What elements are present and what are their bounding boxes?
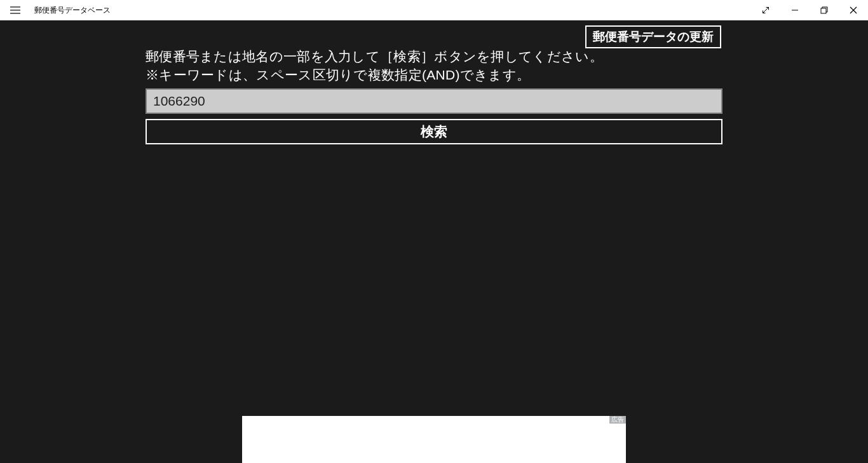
fullscreen-icon: [762, 6, 770, 14]
close-button[interactable]: [839, 0, 868, 20]
search-panel: 郵便番号または地名の一部を入力して［検索］ボタンを押してください。 ※キーワード…: [146, 47, 722, 144]
titlebar: 郵便番号データベース: [0, 0, 868, 20]
svg-rect-4: [821, 8, 826, 13]
close-icon: [850, 6, 857, 14]
fullscreen-button[interactable]: [751, 0, 780, 20]
window-controls: [751, 0, 868, 20]
hamburger-menu-button[interactable]: [0, 0, 31, 20]
minimize-button[interactable]: [780, 0, 810, 20]
instructions-line2: ※キーワードは、スペース区切りで複数指定(AND)できます。: [146, 66, 722, 84]
search-input[interactable]: [146, 88, 722, 114]
minimize-icon: [791, 6, 799, 14]
ad-area: 広告: [242, 416, 626, 463]
ad-badge: 広告: [609, 416, 626, 424]
search-button[interactable]: 検索: [146, 119, 722, 144]
update-data-button[interactable]: 郵便番号データの更新: [585, 25, 721, 48]
maximize-icon: [820, 6, 828, 14]
app-title: 郵便番号データベース: [34, 5, 111, 16]
instructions-text: 郵便番号または地名の一部を入力して［検索］ボタンを押してください。 ※キーワード…: [146, 47, 722, 85]
content-area: 郵便番号データの更新 郵便番号または地名の一部を入力して［検索］ボタンを押してく…: [0, 20, 868, 463]
hamburger-icon: [10, 6, 20, 14]
maximize-button[interactable]: [810, 0, 839, 20]
instructions-line1: 郵便番号または地名の一部を入力して［検索］ボタンを押してください。: [146, 47, 722, 66]
